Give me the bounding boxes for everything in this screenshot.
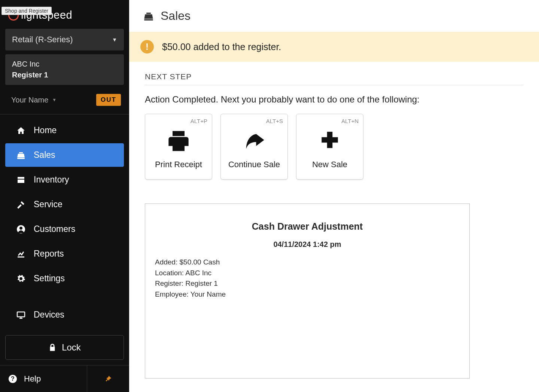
shop-name: ABC Inc xyxy=(12,59,117,70)
caret-down-icon: ▼ xyxy=(112,37,117,43)
receipt-title: Cash Drawer Adjustment xyxy=(153,221,462,232)
bottom-bar: ? Help xyxy=(0,365,129,392)
primary-nav: Home Sales Inventory Service Customers xyxy=(0,114,129,330)
card-label: Continue Sale xyxy=(228,160,280,169)
next-step-heading: NEXT STEP xyxy=(145,72,523,85)
register-icon xyxy=(143,11,154,21)
product-selector[interactable]: Retail (R-Series) ▼ xyxy=(5,29,124,50)
help-label: Help xyxy=(24,374,41,384)
user-icon xyxy=(16,225,26,234)
nav-customers[interactable]: Customers xyxy=(5,217,124,241)
receipt-added: Added: $50.00 Cash xyxy=(155,257,462,268)
card-label: Print Receipt xyxy=(155,160,202,169)
chart-icon xyxy=(16,249,26,258)
nav-label: Home xyxy=(34,125,57,135)
sidebar: Shop and Register lightspeed Retail (R-S… xyxy=(0,0,129,392)
svg-text:?: ? xyxy=(11,376,15,382)
monitor-icon xyxy=(16,310,26,319)
receipt-employee: Employee: Your Name xyxy=(155,289,462,300)
pin-icon xyxy=(104,375,112,383)
main: Sales ! $50.00 added to the register. NE… xyxy=(129,0,539,392)
pin-button[interactable] xyxy=(87,365,129,392)
receipt-preview: Cash Drawer Adjustment 04/11/2024 1:42 p… xyxy=(145,203,470,379)
shortcut-label: ALT+N xyxy=(341,118,359,124)
print-receipt-card[interactable]: ALT+P Print Receipt xyxy=(145,114,212,180)
nav-inventory[interactable]: Inventory xyxy=(5,168,124,192)
nav-label: Sales xyxy=(34,150,55,160)
svg-rect-2 xyxy=(17,312,25,317)
lock-label: Lock xyxy=(62,342,81,353)
nav-service[interactable]: Service xyxy=(5,193,124,216)
hint-text: Action Completed. Next you probably want… xyxy=(145,94,523,105)
nav-label: Service xyxy=(34,199,63,209)
card-label: New Sale xyxy=(312,160,347,169)
notification-banner: ! $50.00 added to the register. xyxy=(129,32,539,62)
nav-label: Devices xyxy=(34,310,64,320)
question-icon: ? xyxy=(8,374,17,383)
printer-icon xyxy=(165,129,192,153)
alert-icon: ! xyxy=(140,40,154,53)
new-sale-card[interactable]: ALT+N New Sale xyxy=(296,114,363,180)
lock-icon xyxy=(48,343,57,352)
receipt-details: Added: $50.00 Cash Location: ABC Inc Reg… xyxy=(153,257,462,300)
user-menu[interactable]: Your Name ▼ xyxy=(11,96,57,104)
nav-reports[interactable]: Reports xyxy=(5,242,124,266)
receipt-register: Register: Register 1 xyxy=(155,278,462,289)
shop-register-block[interactable]: ABC Inc Register 1 xyxy=(5,54,124,85)
help-button[interactable]: ? Help xyxy=(0,365,87,392)
user-row: Your Name ▼ OUT xyxy=(0,90,129,114)
page-title: Sales xyxy=(161,9,191,23)
nav-settings[interactable]: Settings xyxy=(5,267,124,290)
nav-devices[interactable]: Devices xyxy=(5,303,124,327)
svg-point-1 xyxy=(19,227,22,230)
clock-out-badge[interactable]: OUT xyxy=(96,94,121,106)
hammer-icon xyxy=(16,200,26,209)
shop-register-tooltip: Shop and Register xyxy=(1,7,52,15)
nav-label: Customers xyxy=(34,224,75,234)
product-selector-label: Retail (R-Series) xyxy=(12,35,73,45)
register-icon xyxy=(16,151,26,160)
home-icon xyxy=(16,126,26,135)
nav-sales[interactable]: Sales xyxy=(5,143,124,167)
nav-label: Settings xyxy=(34,273,65,284)
page-header: Sales xyxy=(129,0,539,32)
gear-icon xyxy=(16,274,26,283)
share-arrow-icon xyxy=(240,129,269,153)
shortcut-label: ALT+P xyxy=(191,118,207,124)
action-cards: ALT+P Print Receipt ALT+S Continue Sale … xyxy=(145,114,523,180)
shortcut-label: ALT+S xyxy=(266,118,283,124)
receipt-datetime: 04/11/2024 1:42 pm xyxy=(153,240,462,249)
register-name: Register 1 xyxy=(12,70,117,80)
receipt-location: Location: ABC Inc xyxy=(155,268,462,279)
lock-button[interactable]: Lock xyxy=(5,335,124,360)
nav-label: Reports xyxy=(34,249,64,259)
user-name: Your Name xyxy=(11,96,48,104)
drawer-icon xyxy=(16,175,26,184)
plus-icon xyxy=(319,129,341,151)
nav-label: Inventory xyxy=(34,175,69,185)
banner-message: $50.00 added to the register. xyxy=(162,42,281,52)
nav-home[interactable]: Home xyxy=(5,119,124,142)
caret-down-icon: ▼ xyxy=(52,97,57,102)
continue-sale-card[interactable]: ALT+S Continue Sale xyxy=(220,114,288,180)
content: NEXT STEP Action Completed. Next you pro… xyxy=(129,62,539,392)
